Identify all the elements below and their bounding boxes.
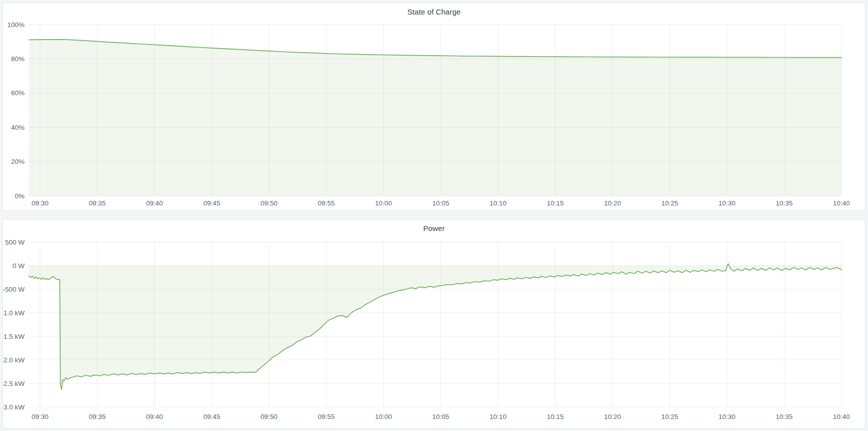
svg-text:10:10: 10:10 [489, 199, 506, 207]
state-of-charge-chart[interactable]: 100%80%60%40%20%0%09:3009:3509:4009:4509… [3, 3, 864, 209]
svg-text:20%: 20% [11, 158, 25, 165]
svg-text:-1.5 kW: -1.5 kW [3, 333, 25, 340]
svg-text:-3.0 kW: -3.0 kW [3, 403, 25, 411]
grafana-dashboard: State of Charge 100%80%60%40%20%0%09:300… [0, 0, 868, 431]
svg-text:-1.0 kW: -1.0 kW [3, 309, 25, 317]
svg-text:09:55: 09:55 [318, 413, 335, 420]
panel-power[interactable]: Power 500 W0 W-500 W-1.0 kW-1.5 kW-2.0 k… [3, 219, 865, 428]
svg-text:09:35: 09:35 [89, 199, 106, 207]
panel-title-state-of-charge[interactable]: State of Charge [3, 8, 865, 16]
svg-text:09:40: 09:40 [146, 199, 163, 207]
svg-text:-2.5 kW: -2.5 kW [3, 380, 25, 387]
svg-text:10:15: 10:15 [547, 199, 564, 207]
svg-text:100%: 100% [7, 21, 25, 29]
panel-title-power[interactable]: Power [3, 224, 865, 233]
svg-text:10:35: 10:35 [776, 413, 793, 420]
svg-text:10:40: 10:40 [833, 413, 850, 420]
panel-state-of-charge[interactable]: State of Charge 100%80%60%40%20%0%09:300… [3, 3, 865, 211]
svg-text:0 W: 0 W [13, 262, 25, 270]
svg-text:09:40: 09:40 [146, 413, 163, 420]
svg-text:10:05: 10:05 [432, 413, 449, 420]
svg-text:10:20: 10:20 [604, 199, 621, 207]
svg-text:10:40: 10:40 [833, 199, 850, 207]
svg-text:09:45: 09:45 [203, 199, 220, 207]
svg-text:09:50: 09:50 [260, 199, 277, 207]
svg-text:09:50: 09:50 [260, 413, 277, 420]
svg-text:60%: 60% [11, 89, 25, 97]
svg-text:80%: 80% [11, 55, 25, 63]
svg-text:09:45: 09:45 [203, 413, 220, 420]
svg-text:09:55: 09:55 [318, 199, 335, 207]
svg-text:-500 W: -500 W [3, 286, 25, 293]
svg-text:10:35: 10:35 [776, 199, 793, 207]
svg-text:10:10: 10:10 [489, 413, 506, 420]
svg-text:10:25: 10:25 [661, 199, 678, 207]
svg-text:0%: 0% [15, 192, 25, 200]
svg-text:500 W: 500 W [5, 239, 25, 246]
svg-text:09:35: 09:35 [89, 413, 106, 420]
svg-text:09:30: 09:30 [32, 199, 49, 207]
svg-text:10:00: 10:00 [375, 199, 392, 207]
svg-text:10:20: 10:20 [604, 413, 621, 420]
svg-text:10:30: 10:30 [719, 413, 736, 420]
svg-text:-2.0 kW: -2.0 kW [3, 356, 25, 364]
svg-text:10:00: 10:00 [375, 413, 392, 420]
svg-text:10:30: 10:30 [719, 199, 736, 207]
svg-text:09:30: 09:30 [32, 413, 49, 420]
svg-text:10:25: 10:25 [661, 413, 678, 420]
power-chart[interactable]: 500 W0 W-500 W-1.0 kW-1.5 kW-2.0 kW-2.5 … [3, 220, 864, 427]
svg-text:40%: 40% [11, 124, 25, 131]
svg-text:10:05: 10:05 [432, 199, 449, 207]
svg-text:10:15: 10:15 [547, 413, 564, 420]
